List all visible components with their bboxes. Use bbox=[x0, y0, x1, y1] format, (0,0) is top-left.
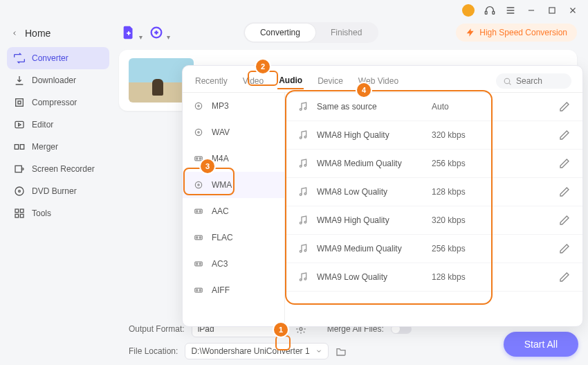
minimize-icon[interactable] bbox=[526, 5, 537, 16]
picker-tab-video[interactable]: Video bbox=[241, 73, 265, 89]
sidebar-item-label: Tools bbox=[32, 208, 51, 218]
preset-row[interactable]: WMA9 Medium Quality256 kbps bbox=[285, 235, 582, 263]
tab-finished[interactable]: Finished bbox=[315, 24, 377, 42]
avatar[interactable] bbox=[462, 4, 475, 17]
preset-row[interactable]: WMA9 High Quality320 kbps bbox=[285, 206, 582, 235]
svg-point-46 bbox=[300, 194, 302, 196]
svg-point-20 bbox=[198, 105, 199, 107]
sidebar: Home Converter Downloader Compressor Edi… bbox=[0, 21, 116, 365]
svg-point-22 bbox=[198, 132, 199, 133]
format-label: AIFF bbox=[212, 285, 230, 295]
sidebar-item-compressor[interactable]: Compressor bbox=[7, 91, 109, 114]
file-location-label: File Location: bbox=[129, 346, 178, 356]
high-speed-toggle[interactable]: High Speed Conversion bbox=[456, 24, 577, 42]
svg-point-47 bbox=[304, 193, 306, 195]
format-aac[interactable]: AAC bbox=[183, 198, 284, 224]
svg-rect-5 bbox=[15, 145, 18, 150]
svg-rect-3 bbox=[16, 99, 24, 107]
format-m4a[interactable]: M4A bbox=[183, 145, 284, 172]
preset-row[interactable]: WMA8 Medium Quality256 kbps bbox=[285, 150, 582, 178]
chevron-left-icon bbox=[11, 30, 18, 37]
start-all-button[interactable]: Start All bbox=[504, 332, 578, 357]
format-wav[interactable]: WAV bbox=[183, 119, 284, 145]
headset-icon[interactable] bbox=[484, 5, 495, 16]
format-mp3[interactable]: MP3 bbox=[183, 93, 284, 119]
sidebar-item-downloader[interactable]: Downloader bbox=[7, 69, 109, 91]
sidebar-item-editor[interactable]: Editor bbox=[7, 114, 109, 136]
edit-icon[interactable] bbox=[559, 130, 570, 141]
edit-icon[interactable] bbox=[559, 101, 570, 112]
sidebar-item-label: Downloader bbox=[32, 75, 76, 85]
home-label: Home bbox=[25, 28, 50, 39]
sidebar-item-label: Editor bbox=[32, 120, 53, 130]
svg-point-44 bbox=[300, 166, 302, 168]
preset-row[interactable]: WMA9 Low Quality128 kbps bbox=[285, 263, 582, 292]
preset-name: WMA9 Medium Quality bbox=[317, 244, 432, 253]
sidebar-item-label: Converter bbox=[32, 53, 68, 63]
edit-icon[interactable] bbox=[559, 243, 570, 254]
compress-icon bbox=[14, 97, 25, 108]
picker-tab-recently[interactable]: Recently bbox=[194, 73, 229, 89]
svg-rect-11 bbox=[15, 209, 19, 213]
preset-name: WMA9 High Quality bbox=[317, 215, 432, 225]
preset-bitrate: 128 kbps bbox=[432, 187, 494, 197]
picker-search[interactable] bbox=[496, 73, 571, 89]
converter-icon bbox=[14, 53, 25, 64]
format-label: WAV bbox=[212, 127, 230, 137]
preset-name: WMA8 Low Quality bbox=[317, 187, 432, 197]
svg-rect-6 bbox=[20, 145, 24, 150]
preset-name: WMA9 Low Quality bbox=[317, 272, 432, 282]
sidebar-item-label: DVD Burner bbox=[32, 186, 77, 196]
file-location-select[interactable]: D:\Wondershare UniConverter 1 bbox=[185, 343, 328, 359]
picker-tab-device[interactable]: Device bbox=[316, 73, 344, 89]
preset-row[interactable]: WMA8 Low Quality128 kbps bbox=[285, 178, 582, 206]
svg-rect-14 bbox=[20, 214, 24, 217]
format-aiff[interactable]: AIFF bbox=[183, 277, 284, 303]
callout-badge-4: 4 bbox=[357, 83, 371, 97]
sidebar-item-dvd[interactable]: DVD Burner bbox=[7, 180, 109, 202]
status-tabs: Converting Finished bbox=[244, 22, 378, 43]
maximize-icon[interactable] bbox=[546, 5, 558, 16]
search-icon bbox=[503, 77, 512, 86]
preset-row[interactable]: Same as sourceAuto bbox=[285, 93, 582, 121]
back-home[interactable]: Home bbox=[7, 25, 109, 47]
sidebar-item-recorder[interactable]: Screen Recorder bbox=[7, 158, 109, 180]
music-icon bbox=[297, 271, 309, 283]
format-ac3[interactable]: AC3 bbox=[183, 251, 284, 277]
add-file-button[interactable]: ▾ bbox=[119, 23, 138, 42]
add-dvd-button[interactable]: ▾ bbox=[147, 23, 166, 42]
sidebar-item-label: Compressor bbox=[32, 98, 77, 107]
svg-rect-7 bbox=[15, 166, 21, 172]
preset-bitrate: 128 kbps bbox=[432, 272, 494, 282]
tab-converting[interactable]: Converting bbox=[245, 24, 315, 42]
svg-point-49 bbox=[304, 221, 306, 223]
svg-point-54 bbox=[300, 328, 302, 330]
svg-point-32 bbox=[196, 237, 198, 238]
edit-icon[interactable] bbox=[559, 271, 570, 283]
search-input[interactable] bbox=[516, 76, 564, 86]
edit-icon[interactable] bbox=[559, 215, 570, 226]
folder-icon[interactable] bbox=[336, 346, 347, 357]
edit-icon[interactable] bbox=[559, 186, 570, 197]
svg-point-26 bbox=[195, 181, 201, 188]
sidebar-item-merger[interactable]: Merger bbox=[7, 136, 109, 158]
format-label: AC3 bbox=[212, 259, 228, 269]
format-label: WMA bbox=[212, 180, 232, 190]
format-label: M4A bbox=[212, 154, 229, 163]
sidebar-item-converter[interactable]: Converter bbox=[7, 47, 109, 69]
picker-tab-audio[interactable]: Audio bbox=[277, 73, 304, 89]
preset-bitrate: 320 kbps bbox=[432, 130, 494, 140]
menu-icon[interactable] bbox=[505, 5, 516, 16]
svg-rect-12 bbox=[20, 209, 24, 213]
sidebar-item-tools[interactable]: Tools bbox=[7, 202, 109, 224]
format-wma[interactable]: WMA bbox=[183, 172, 284, 198]
music-icon bbox=[297, 101, 309, 112]
svg-rect-13 bbox=[15, 214, 19, 217]
close-icon[interactable] bbox=[567, 5, 578, 16]
svg-point-27 bbox=[198, 184, 199, 186]
svg-rect-4 bbox=[15, 121, 24, 127]
format-flac[interactable]: FLAC bbox=[183, 224, 284, 251]
preset-row[interactable]: WMA8 High Quality320 kbps bbox=[285, 121, 582, 150]
edit-icon[interactable] bbox=[559, 158, 570, 169]
svg-point-25 bbox=[199, 158, 201, 159]
